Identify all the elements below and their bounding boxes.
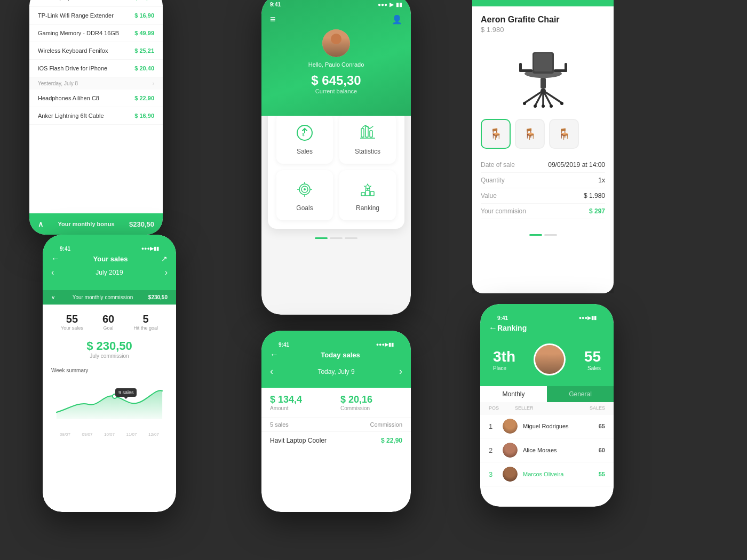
table-row: 1 Miguel Rodrigues 65 — [480, 414, 614, 438]
status-bar: 9:41 ●●●▶▮▮ — [51, 239, 168, 254]
stats-row: 55 Your sales 60 Goal 5 Hit the goal — [43, 305, 176, 339]
svg-point-28 — [534, 105, 537, 108]
user-avatar — [534, 343, 566, 375]
amount-block: $ 134,4 Amount — [270, 394, 332, 411]
card-sales[interactable]: $ Sales — [276, 114, 333, 164]
week-summary-section: Week summary 9 sales 08/07 — [43, 361, 176, 438]
monthly-bonus-bar: ∧ Your monthly bonus $230,50 — [29, 213, 163, 235]
date-separator: Yesterday, July 8 › — [29, 77, 163, 90]
header-row: ← Today sales — [270, 350, 402, 359]
product-thumbnails: 🪑 🪑 🪑 — [481, 119, 605, 149]
phone-ranking: 9:41 ●●●▶▮▮ ← Ranking 3th Place 55 Sales — [480, 304, 614, 507]
trend-icon: ↗ — [161, 254, 168, 263]
sales-header: 9:41 ●●●▶▮▮ ← Your sales ↗ ‹ July 2019 › — [43, 235, 176, 290]
dash-top-bar: ≡ 👤 — [261, 10, 411, 29]
month-navigator: ‹ July 2019 › — [51, 263, 168, 282]
svg-rect-9 — [361, 193, 365, 196]
prev-month-button[interactable]: ‹ — [51, 268, 54, 277]
item-name: Anker Lightning 6ft Cable — [38, 113, 104, 119]
balance-amount: $ 645,30 — [261, 73, 411, 88]
list-item: Havit Laptop Cooler $ 22,90 — [261, 431, 411, 450]
svg-point-7 — [304, 188, 306, 190]
phone-dashboard: 9:41 ●●● ▶ ▮▮ ≡ 👤 Hello, Paulo Conrado $… — [261, 0, 411, 315]
svg-rect-2 — [361, 129, 364, 137]
dashboard-green-section: 9:41 ●●● ▶ ▮▮ ≡ 👤 Hello, Paulo Conrado $… — [261, 0, 411, 116]
today-amounts: $ 134,4 Amount $ 20,16 Commission — [261, 388, 411, 418]
svg-point-26 — [523, 102, 526, 105]
sales-icon: $ — [294, 122, 315, 143]
phone-your-sales: 9:41 ●●●▶▮▮ ← Your sales ↗ ‹ July 2019 ›… — [43, 235, 176, 512]
commission-label: Your monthly commission — [73, 294, 133, 300]
item-name: Havit Laptop Cooler — [38, 0, 90, 1]
ranking-header: 9:41 ●●●▶▮▮ ← Ranking — [480, 304, 614, 339]
thumbnail-2[interactable]: 🪑 — [515, 119, 545, 149]
detail-row-commission: Your commision $ 297 — [481, 204, 605, 219]
phone-shopping-list: Havit Laptop Cooler $ 22,90 TP-Link Wifi… — [29, 0, 163, 235]
card-ranking-label: Ranking — [346, 204, 390, 212]
svg-text:$: $ — [302, 132, 305, 137]
page-title: Today sales — [279, 351, 402, 359]
item-name: iOS Flash Drive for iPhone — [38, 65, 107, 71]
tab-monthly[interactable]: Monthly — [480, 386, 547, 402]
sale-details-card: ← Sale details Aeron Grafite Chair $ 1.9… — [472, 0, 614, 293]
prev-day-button[interactable]: ‹ — [270, 366, 273, 377]
header-row: ← Ranking — [489, 323, 605, 333]
statistics-icon — [357, 122, 378, 143]
month-label: July 2019 — [96, 269, 123, 276]
status-bar: 9:41 ●●● ▶ ▮▮ — [261, 0, 411, 10]
user-icon[interactable]: 👤 — [392, 14, 402, 25]
big-commission-amount: $ 230,50 July commission — [43, 339, 176, 361]
menu-icon[interactable]: ≡ — [270, 14, 276, 25]
card-goals[interactable]: Goals — [276, 170, 333, 220]
svg-rect-17 — [519, 63, 522, 72]
scroll-indicator — [472, 228, 614, 242]
card-statistics[interactable]: Statistics — [339, 114, 396, 164]
goals-icon — [294, 179, 315, 200]
avatar-2 — [503, 443, 518, 458]
sales-nav-row: ← Your sales ↗ — [51, 254, 168, 263]
list-item: Anker Lightning 6ft Cable $ 16,90 — [29, 107, 163, 125]
chart-tooltip: 9 sales — [115, 388, 137, 397]
next-day-button[interactable]: › — [399, 366, 402, 377]
svg-rect-10 — [370, 191, 374, 196]
thumbnail-3[interactable]: 🪑 — [549, 119, 579, 149]
shopping-list: Havit Laptop Cooler $ 22,90 TP-Link Wifi… — [29, 0, 163, 125]
product-image — [481, 39, 605, 114]
card-statistics-label: Statistics — [346, 148, 390, 155]
item-price: $ 16,90 — [134, 12, 154, 19]
item-price: $ 16,90 — [134, 113, 154, 119]
commission-bar[interactable]: ∨ Your monthly commission $230,50 — [43, 290, 176, 305]
sale-content: Aeron Grafite Chair $ 1.980 — [472, 6, 614, 228]
chart-x-labels: 08/07 09/07 10/07 11/07 12/07 — [51, 431, 168, 438]
back-button[interactable]: ← — [270, 350, 279, 359]
dashboard-cards: $ Sales Statistics — [268, 105, 404, 229]
greeting-text: Hello, Paulo Conrado — [261, 61, 411, 68]
ranking-hero: 3th Place 55 Sales — [480, 339, 614, 386]
phone-today-sales: 9:41 ●●●▶▮▮ ← Today sales ‹ Today, July … — [261, 331, 411, 512]
rank-place: 3th Place — [493, 348, 515, 371]
date-label: Today, July 9 — [317, 368, 354, 375]
list-item: Wireless Keyboard Fenifox $ 25,21 — [29, 42, 163, 60]
item-price: $ 20,40 — [134, 65, 154, 71]
svg-rect-18 — [565, 63, 567, 72]
thumbnail-1[interactable]: 🪑 — [481, 119, 511, 149]
tab-general[interactable]: General — [547, 386, 614, 402]
svg-rect-4 — [370, 131, 372, 137]
detail-row-date: Date of sale 09/05/2019 at 14:00 — [481, 157, 605, 173]
back-button[interactable]: ← — [489, 323, 497, 333]
table-row: 2 Alice Moraes 60 — [480, 438, 614, 462]
status-bar: 9:41 ●●●▶▮▮ — [489, 308, 605, 323]
svg-point-27 — [560, 102, 563, 105]
ranking-tabs: Monthly General — [480, 386, 614, 402]
table-header: POS SELLER SALES — [480, 402, 614, 414]
detail-row-value: Value $ 1.980 — [481, 188, 605, 204]
line-chart: 9 sales — [51, 378, 168, 431]
card-ranking[interactable]: Ranking — [339, 170, 396, 220]
back-button[interactable]: ← — [51, 254, 60, 263]
svg-rect-19 — [541, 78, 546, 89]
svg-rect-8 — [365, 190, 370, 196]
item-name: Headphones Ailihen C8 — [38, 95, 99, 101]
card-goals-label: Goals — [283, 204, 327, 212]
svg-rect-3 — [365, 126, 368, 137]
next-month-button[interactable]: › — [165, 268, 168, 277]
